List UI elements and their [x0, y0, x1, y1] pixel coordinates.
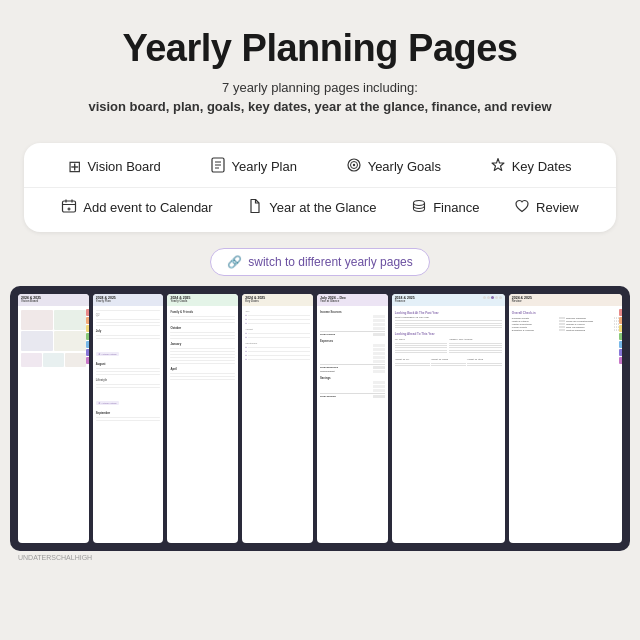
switch-label: switch to different yearly pages — [248, 255, 413, 269]
pages-row-2: Add event to Calendar Year at the Glance… — [44, 198, 596, 218]
review-item[interactable]: Review — [514, 198, 579, 218]
vision-board-item[interactable]: ⊞ Vision Board — [68, 157, 160, 176]
preview-page-4: 2024 & 2025 Key Dates July ● ● — [242, 294, 313, 543]
preview-container: 2024 & 2025 Vision Board — [10, 286, 630, 551]
yearly-goals-label: Yearly Goals — [368, 159, 441, 174]
add-event-label: Add event to Calendar — [83, 200, 212, 215]
svg-marker-7 — [492, 158, 504, 170]
header-section: Yearly Planning Pages 7 yearly planning … — [0, 0, 640, 131]
vision-board-icon: ⊞ — [68, 157, 81, 176]
finance-item[interactable]: Finance — [411, 198, 479, 218]
year-at-glance-item[interactable]: Year at the Glance — [247, 198, 376, 218]
year-at-glance-label: Year at the Glance — [269, 200, 376, 215]
yearly-goals-item[interactable]: Yearly Goals — [346, 157, 441, 177]
key-dates-icon — [490, 157, 506, 177]
preview-page-2: 2024 & 2025 Yearly Plan Q2 July ➜ Action… — [93, 294, 164, 543]
yearly-goals-icon — [346, 157, 362, 177]
yearly-plan-item[interactable]: Yearly Plan — [210, 157, 297, 177]
yearly-plan-icon — [210, 157, 226, 177]
review-icon — [514, 198, 530, 218]
link-icon: 🔗 — [227, 255, 242, 269]
subtitle: 7 yearly planning pages including: visio… — [40, 78, 600, 117]
vision-board-label: Vision Board — [87, 159, 160, 174]
svg-point-14 — [414, 200, 425, 205]
preview-page-7: 2024 & 2025 Review Overall Check-in Pers… — [509, 294, 622, 543]
preview-page-5: July 2024 – Dec Year at Glance Income So… — [317, 294, 388, 543]
preview-page-6: 2024 & 2025 Finance Looking Back At The … — [392, 294, 505, 543]
add-event-item[interactable]: Add event to Calendar — [61, 198, 212, 218]
pages-card: ⊞ Vision Board Yearly Plan — [24, 143, 616, 232]
finance-icon — [411, 198, 427, 218]
preview-page-3: 2024 & 2025 Yearly Goals Family & Friend… — [167, 294, 238, 543]
preview-section: 2024 & 2025 Vision Board — [0, 286, 640, 640]
year-at-glance-icon — [247, 198, 263, 218]
add-event-icon — [61, 198, 77, 218]
switch-pages-button[interactable]: 🔗 switch to different yearly pages — [210, 248, 430, 276]
page-title: Yearly Planning Pages — [40, 28, 600, 70]
review-label: Review — [536, 200, 579, 215]
footer-watermark: UNDATERSCHALHIGH — [10, 551, 630, 564]
finance-label: Finance — [433, 200, 479, 215]
preview-page-1: 2024 & 2025 Vision Board — [18, 294, 89, 543]
yearly-plan-label: Yearly Plan — [232, 159, 297, 174]
svg-point-6 — [352, 164, 354, 166]
key-dates-label: Key Dates — [512, 159, 572, 174]
key-dates-item[interactable]: Key Dates — [490, 157, 572, 177]
pages-row-1: ⊞ Vision Board Yearly Plan — [44, 157, 596, 177]
